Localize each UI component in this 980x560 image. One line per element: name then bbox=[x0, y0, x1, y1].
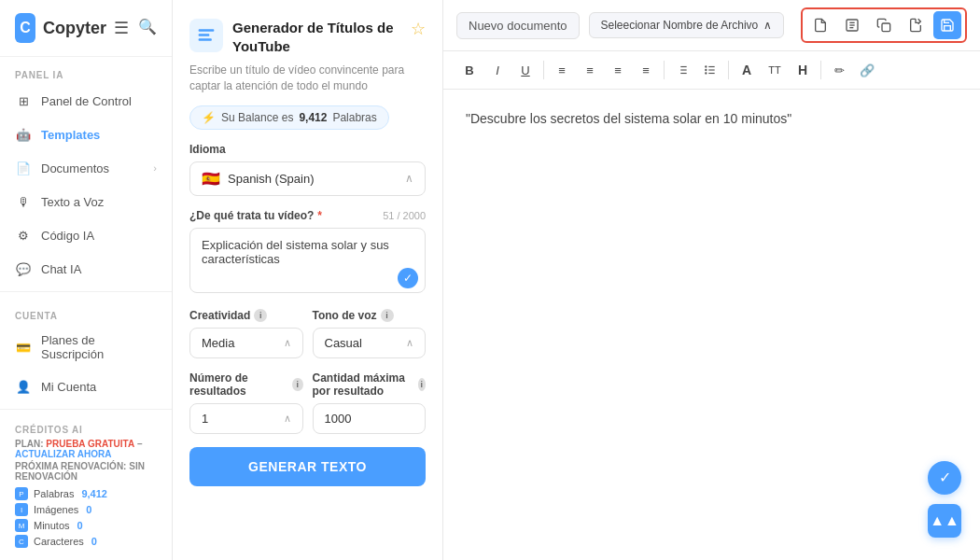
svg-rect-1 bbox=[199, 34, 210, 36]
code-icon: ⚙ bbox=[15, 227, 32, 244]
audio-icon: 🎙 bbox=[15, 193, 32, 210]
sidebar-item-label: Documentos bbox=[41, 161, 109, 175]
list-unordered-button[interactable] bbox=[697, 57, 723, 83]
file-list-button[interactable] bbox=[838, 11, 866, 39]
video-textarea-wrap: Explicación del sistema solar y sus cara… bbox=[189, 228, 426, 296]
grid-icon: ⊞ bbox=[15, 92, 32, 109]
logo-letter: C bbox=[20, 20, 31, 36]
editor-text: "Descubre los secretos del sistema solar… bbox=[466, 108, 958, 129]
star-icon[interactable]: ☆ bbox=[411, 19, 426, 39]
sidebar-item-texto-voz[interactable]: 🎙 Texto a Voz bbox=[0, 185, 172, 218]
sidebar-item-codigo-ia[interactable]: ⚙ Código IA bbox=[0, 218, 172, 252]
creatividad-label: Creatividad i bbox=[189, 309, 303, 322]
lang-flag: 🇪🇸 bbox=[202, 170, 220, 188]
logo-box: C bbox=[15, 13, 35, 43]
panel-header: Generador de Títulos de YouTube ☆ bbox=[189, 19, 426, 55]
balance-count: 9,412 bbox=[299, 111, 327, 124]
template-icon: 🤖 bbox=[15, 126, 32, 143]
creatividad-tono-row: Creatividad i Media ∧ Tono de voz i Casu… bbox=[189, 309, 426, 358]
num-resultados-input[interactable]: 1 ∧ bbox=[189, 403, 303, 434]
select-archivo[interactable]: Seleecionar Nombre de Archivo ∧ bbox=[589, 12, 785, 38]
italic-button[interactable]: I bbox=[484, 57, 511, 83]
toolbar-separator-2 bbox=[664, 61, 665, 79]
doc-icon: 📄 bbox=[15, 160, 32, 176]
svg-rect-7 bbox=[882, 23, 890, 32]
sidebar-item-mi-cuenta[interactable]: 👤 Mi Cuenta bbox=[0, 370, 172, 403]
plan-update[interactable]: ACTUALIZAR AHORA bbox=[15, 449, 112, 459]
num-resultados-value: 1 bbox=[202, 412, 208, 426]
bolt-icon: ⚡ bbox=[202, 111, 216, 124]
float-up-button[interactable]: ▲▲ bbox=[928, 504, 961, 538]
highlight-button[interactable]: ✏ bbox=[826, 57, 852, 83]
left-panel: Generador de Títulos de YouTube ☆ Escrib… bbox=[173, 0, 443, 560]
content-area: C Copyter ☰ 🔍 PANEL IA ⊞ Panel de Contro… bbox=[0, 0, 980, 560]
sidebar-item-documentos[interactable]: 📄 Documentos › bbox=[0, 151, 172, 185]
credits-section: CRÉDITOS AI PLAN: PRUEBA GRATUITA – ACTU… bbox=[0, 415, 172, 560]
doc-name-area: Nuevo documento Seleecionar Nombre de Ar… bbox=[456, 12, 784, 39]
underline-button[interactable]: U bbox=[512, 57, 539, 83]
align-center-button[interactable]: ≡ bbox=[577, 57, 603, 83]
creatividad-field: Creatividad i Media ∧ bbox=[189, 309, 303, 358]
tono-info-icon[interactable]: i bbox=[381, 309, 394, 322]
list-ordered-button[interactable] bbox=[669, 57, 695, 83]
search-icon[interactable]: 🔍 bbox=[138, 18, 157, 38]
sidebar-item-panel-control[interactable]: ⊞ Panel de Control bbox=[0, 84, 172, 118]
sidebar-divider bbox=[0, 291, 172, 292]
font-size-alt-button[interactable]: TT bbox=[762, 57, 788, 83]
plan-name[interactable]: PRUEBA GRATUITA bbox=[46, 439, 134, 449]
credit-row-imagenes: I Imágenes 0 bbox=[15, 503, 157, 516]
creatividad-select[interactable]: Media ∧ bbox=[189, 328, 303, 358]
creatividad-info-icon[interactable]: i bbox=[254, 309, 267, 322]
align-right-button[interactable]: ≡ bbox=[605, 57, 631, 83]
credit-caracteres-icon: C bbox=[15, 535, 28, 548]
creatividad-value: Media bbox=[202, 336, 234, 350]
sidebar-item-chat-ia[interactable]: 💬 Chat IA bbox=[0, 252, 172, 286]
file-save-button[interactable] bbox=[933, 11, 961, 39]
sidebar-divider-2 bbox=[0, 409, 172, 410]
svg-rect-2 bbox=[199, 38, 212, 41]
cantidad-field: Cantidad máxima por resultado i 1000 bbox=[313, 371, 427, 434]
video-textarea[interactable]: Explicación del sistema solar y sus cara… bbox=[189, 228, 426, 293]
doc-name[interactable]: Nuevo documento bbox=[456, 12, 580, 39]
editor-toolbar: B I U ≡ ≡ ≡ ≡ A TT H ✏ bbox=[443, 51, 980, 90]
chat-icon: 💬 bbox=[15, 260, 32, 277]
textarea-check-icon: ✓ bbox=[398, 268, 418, 288]
app-layout: C Copyter ☰ 🔍 PANEL IA ⊞ Panel de Contro… bbox=[0, 0, 980, 560]
lang-selector[interactable]: 🇪🇸 Spanish (Spain) ∧ bbox=[189, 161, 426, 196]
cuenta-label: CUENTA bbox=[0, 298, 172, 325]
align-left-button[interactable]: ≡ bbox=[549, 57, 575, 83]
chevron-icon: › bbox=[153, 162, 157, 174]
heading-button[interactable]: H bbox=[790, 57, 816, 83]
sidebar-item-planes[interactable]: 💳 Planes de Suscripción bbox=[0, 325, 172, 370]
link-button[interactable]: 🔗 bbox=[854, 57, 880, 83]
tono-select[interactable]: Casual ∧ bbox=[313, 328, 427, 358]
account-icon: 👤 bbox=[15, 378, 32, 395]
generate-button[interactable]: GENERAR TEXTO bbox=[189, 447, 426, 486]
hamburger-icon[interactable]: ☰ bbox=[114, 18, 129, 38]
file-pages-button[interactable] bbox=[902, 11, 930, 39]
float-check-button[interactable]: ✓ bbox=[928, 461, 961, 495]
bold-button[interactable]: B bbox=[456, 57, 483, 83]
cantidad-value: 1000 bbox=[325, 412, 352, 426]
svg-point-17 bbox=[706, 66, 707, 67]
sidebar-item-label: Templates bbox=[41, 128, 100, 142]
svg-point-19 bbox=[706, 73, 707, 74]
cantidad-info-icon[interactable]: i bbox=[418, 378, 427, 391]
sidebar-item-templates[interactable]: 🤖 Templates bbox=[0, 118, 172, 151]
cantidad-label: Cantidad máxima por resultado i bbox=[313, 371, 427, 398]
lang-chevron-icon: ∧ bbox=[405, 172, 413, 185]
editor-content[interactable]: "Descubre los secretos del sistema solar… bbox=[443, 90, 980, 560]
file-doc-button[interactable] bbox=[806, 11, 834, 39]
align-justify-button[interactable]: ≡ bbox=[633, 57, 659, 83]
sidebar-item-label: Planes de Suscripción bbox=[41, 333, 157, 361]
sidebar-item-label: Mi Cuenta bbox=[41, 380, 96, 394]
tono-field: Tono de voz i Casual ∧ bbox=[313, 309, 427, 358]
font-size-button[interactable]: A bbox=[734, 57, 760, 83]
right-toolbar: Nuevo documento Seleecionar Nombre de Ar… bbox=[443, 0, 980, 51]
num-resultados-info-icon[interactable]: i bbox=[292, 378, 303, 391]
file-copy-button[interactable] bbox=[870, 11, 898, 39]
panel-subtitle: Escribe un título de vídeo convincente p… bbox=[189, 63, 426, 94]
cantidad-input[interactable]: 1000 bbox=[313, 403, 427, 434]
tono-label: Tono de voz i bbox=[313, 309, 427, 322]
creatividad-chevron-icon: ∧ bbox=[284, 337, 291, 349]
